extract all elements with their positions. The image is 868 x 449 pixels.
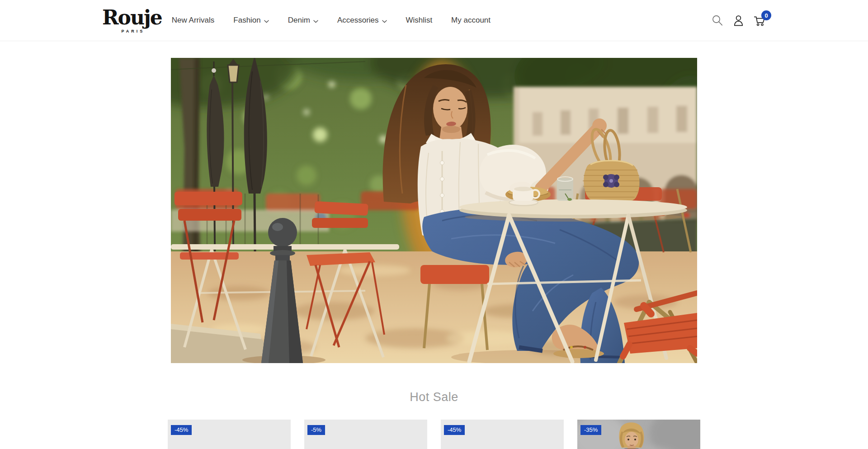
nav-label: Accessories bbox=[337, 16, 379, 25]
product-card[interactable]: -5% bbox=[304, 420, 427, 449]
search-icon[interactable] bbox=[710, 14, 724, 27]
nav-item-wishlist[interactable]: Wishlist bbox=[406, 16, 433, 25]
nav-label: New Arrivals bbox=[172, 16, 214, 25]
product-card[interactable]: -45% bbox=[168, 420, 291, 449]
discount-badge: -35% bbox=[580, 425, 601, 435]
nav-label: My account bbox=[451, 16, 491, 25]
hero-illustration bbox=[171, 58, 697, 363]
logo-wordmark: Rouje bbox=[102, 8, 162, 28]
main-nav: New Arrivals Fashion Denim Accessories W… bbox=[172, 15, 491, 25]
chevron-down-icon bbox=[382, 16, 387, 25]
nav-item-new-arrivals[interactable]: New Arrivals bbox=[172, 16, 214, 25]
chevron-down-icon bbox=[313, 16, 318, 25]
logo[interactable]: Rouje PARIS bbox=[102, 8, 162, 33]
nav-item-accessories[interactable]: Accessories bbox=[337, 15, 387, 25]
hero-image[interactable] bbox=[171, 58, 697, 363]
main-content: Hot Sale -45% -5% -45% -35% bbox=[0, 58, 868, 449]
nav-item-my-account[interactable]: My account bbox=[451, 16, 491, 25]
account-icon[interactable] bbox=[731, 14, 745, 27]
product-card[interactable]: -45% bbox=[441, 420, 564, 449]
header-actions: 0 bbox=[710, 14, 766, 27]
site-header: Rouje PARIS New Arrivals Fashion Denim A… bbox=[0, 0, 868, 41]
logo-subtitle: PARIS bbox=[119, 29, 145, 33]
discount-badge: -5% bbox=[307, 425, 325, 435]
section-title-hot-sale: Hot Sale bbox=[0, 390, 868, 404]
chevron-down-icon bbox=[264, 16, 269, 25]
nav-label: Fashion bbox=[233, 16, 260, 25]
nav-label: Denim bbox=[288, 16, 310, 25]
discount-badge: -45% bbox=[444, 425, 465, 435]
cart-count-badge: 0 bbox=[761, 10, 771, 20]
discount-badge: -45% bbox=[171, 425, 192, 435]
nav-item-denim[interactable]: Denim bbox=[288, 15, 318, 25]
product-grid: -45% -5% -45% -35% bbox=[168, 420, 700, 449]
product-card[interactable]: -35% bbox=[577, 420, 700, 449]
nav-item-fashion[interactable]: Fashion bbox=[233, 15, 269, 25]
cart-icon[interactable]: 0 bbox=[753, 14, 766, 27]
nav-label: Wishlist bbox=[406, 16, 433, 25]
